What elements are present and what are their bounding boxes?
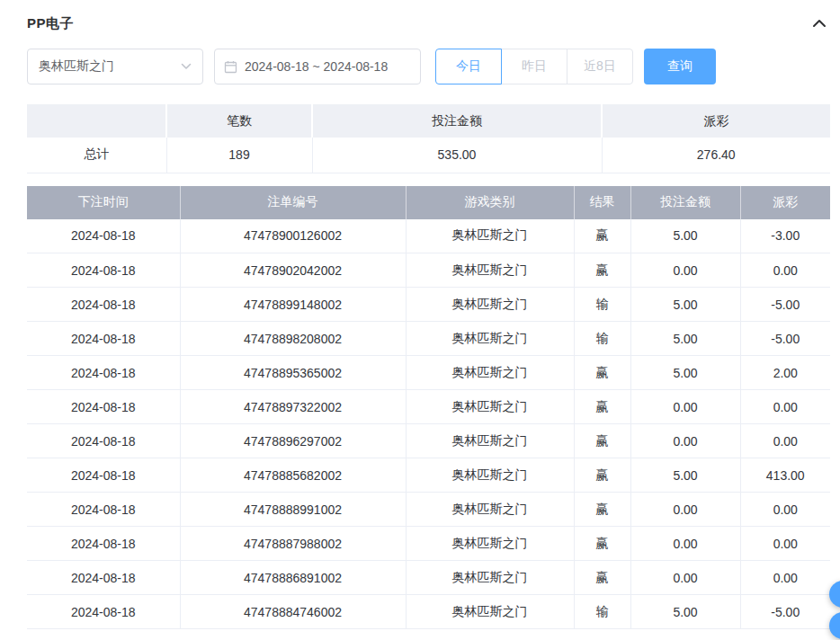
cell-bet-amount: 5.00 [630, 356, 740, 390]
table-row: 2024-08-1847478884746002奥林匹斯之门输5.00-5.00 [27, 595, 830, 629]
cell-bet-time: 2024-08-18 [27, 458, 180, 493]
header-bet-time: 下注时间 [27, 186, 180, 219]
summary-total-payout: 276.40 [602, 138, 830, 173]
chevron-up-icon [812, 17, 827, 31]
cell-bet-time: 2024-08-18 [27, 356, 180, 390]
cell-order-id: 47478885682002 [180, 458, 406, 493]
table-row: 2024-08-1847478899148002奥林匹斯之门输5.00-5.00 [27, 288, 830, 322]
cell-bet-amount: 5.00 [630, 288, 740, 322]
cell-result: 赢 [574, 219, 630, 253]
cell-bet-amount: 5.00 [630, 322, 740, 356]
cell-game-category: 奥林匹斯之门 [406, 561, 574, 595]
cell-bet-time: 2024-08-18 [27, 561, 180, 595]
cell-result: 输 [574, 595, 630, 629]
cell-order-id: 47478900126002 [180, 219, 406, 253]
cell-game-category: 奥林匹斯之门 [406, 493, 574, 527]
cell-payout: -5.00 [740, 595, 830, 629]
table-row: 2024-08-1847478900126002奥林匹斯之门赢5.00-3.00 [27, 219, 830, 253]
bets-table: 下注时间 注单编号 游戏类别 结果 投注金额 派彩 2024-08-184747… [27, 186, 830, 630]
cell-game-category: 奥林匹斯之门 [406, 219, 574, 253]
summary-header-row: 笔数 投注金额 派彩 [27, 104, 830, 138]
cell-payout: 0.00 [740, 527, 830, 561]
quick-range-group: 今日 昨日 近8日 [435, 49, 633, 84]
cell-order-id: 47478902042002 [180, 253, 406, 288]
table-row: 2024-08-1847478897322002奥林匹斯之门赢0.000.00 [27, 390, 830, 424]
cell-bet-time: 2024-08-18 [27, 390, 180, 424]
cell-order-id: 47478895365002 [180, 356, 406, 390]
cell-result: 赢 [574, 424, 630, 458]
cell-payout: -5.00 [740, 288, 830, 322]
cell-game-category: 奥林匹斯之门 [406, 458, 574, 493]
table-row: 2024-08-1847478898208002奥林匹斯之门输5.00-5.00 [27, 322, 830, 356]
cell-payout: 0.00 [740, 253, 830, 288]
cell-order-id: 47478896297002 [180, 424, 406, 458]
table-row: 2024-08-1847478887988002奥林匹斯之门赢0.000.00 [27, 527, 830, 561]
cell-game-category: 奥林匹斯之门 [406, 356, 574, 390]
cell-result: 赢 [574, 458, 630, 493]
cell-bet-time: 2024-08-18 [27, 322, 180, 356]
cell-game-category: 奥林匹斯之门 [406, 595, 574, 629]
header-bet-amount: 投注金额 [630, 186, 740, 219]
cell-bet-amount: 0.00 [630, 424, 740, 458]
cell-payout: 0.00 [740, 561, 830, 595]
cell-bet-amount: 0.00 [630, 493, 740, 527]
floating-button-top[interactable] [829, 581, 840, 608]
cell-bet-amount: 0.00 [630, 561, 740, 595]
cell-order-id: 47478898208002 [180, 322, 406, 356]
summary-total-label: 总计 [27, 138, 166, 173]
summary-total-bet-amount: 535.00 [312, 138, 602, 173]
cell-order-id: 47478899148002 [180, 288, 406, 322]
cell-payout: 0.00 [740, 493, 830, 527]
cell-game-category: 奥林匹斯之门 [406, 288, 574, 322]
cell-bet-amount: 5.00 [630, 458, 740, 493]
collapse-button[interactable] [809, 17, 830, 30]
summary-table: 笔数 投注金额 派彩 总计 189 535.00 276.40 [27, 104, 830, 173]
cell-result: 赢 [574, 356, 630, 390]
summary-header-bet-amount: 投注金额 [312, 104, 602, 138]
page-title: PP电子 [27, 15, 74, 32]
cell-result: 赢 [574, 527, 630, 561]
quick-button-last8days[interactable]: 近8日 [567, 49, 633, 84]
calendar-icon [224, 60, 237, 74]
cell-payout: 2.00 [740, 356, 830, 390]
quick-button-today[interactable]: 今日 [435, 49, 502, 84]
header-game-category: 游戏类别 [406, 186, 574, 219]
summary-header-blank [27, 104, 166, 138]
cell-bet-time: 2024-08-18 [27, 493, 180, 527]
table-row: 2024-08-1847478895365002奥林匹斯之门赢5.002.00 [27, 356, 830, 390]
cell-result: 输 [574, 288, 630, 322]
cell-bet-time: 2024-08-18 [27, 288, 180, 322]
cell-bet-amount: 0.00 [630, 527, 740, 561]
date-range-value: 2024-08-18 ~ 2024-08-18 [245, 59, 388, 74]
cell-payout: -5.00 [740, 322, 830, 356]
cell-order-id: 47478886891002 [180, 561, 406, 595]
panel-header: PP电子 [27, 13, 830, 34]
chevron-down-icon [181, 63, 192, 70]
bets-header-row: 下注时间 注单编号 游戏类别 结果 投注金额 派彩 [27, 186, 830, 219]
header-payout: 派彩 [740, 186, 830, 219]
game-select-value: 奥林匹斯之门 [39, 58, 114, 75]
bets-table-body: 2024-08-1847478900126002奥林匹斯之门赢5.00-3.00… [27, 219, 830, 629]
cell-order-id: 47478888991002 [180, 493, 406, 527]
floating-widget [829, 581, 840, 639]
cell-game-category: 奥林匹斯之门 [406, 390, 574, 424]
floating-button-bottom[interactable] [829, 612, 840, 639]
cell-payout: -3.00 [740, 219, 830, 253]
summary-total-row: 总计 189 535.00 276.40 [27, 138, 830, 173]
cell-bet-amount: 0.00 [630, 253, 740, 288]
date-range-input[interactable]: 2024-08-18 ~ 2024-08-18 [214, 49, 421, 84]
cell-payout: 0.00 [740, 424, 830, 458]
cell-order-id: 47478897322002 [180, 390, 406, 424]
summary-header-payout: 派彩 [602, 104, 830, 138]
cell-game-category: 奥林匹斯之门 [406, 253, 574, 288]
summary-total-count: 189 [166, 138, 312, 173]
cell-order-id: 47478887988002 [180, 527, 406, 561]
cell-game-category: 奥林匹斯之门 [406, 527, 574, 561]
quick-button-yesterday[interactable]: 昨日 [501, 49, 567, 84]
cell-result: 赢 [574, 390, 630, 424]
cell-result: 赢 [574, 253, 630, 288]
table-row: 2024-08-1847478888991002奥林匹斯之门赢0.000.00 [27, 493, 830, 527]
cell-payout: 0.00 [740, 390, 830, 424]
search-button[interactable]: 查询 [644, 49, 716, 84]
game-select[interactable]: 奥林匹斯之门 [27, 49, 203, 84]
